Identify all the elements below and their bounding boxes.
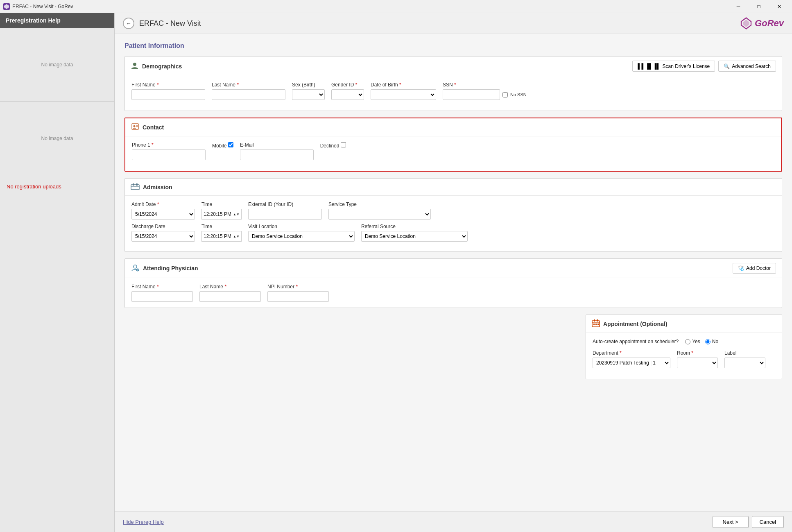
appointment-wrapper: Appointment (Optional) Auto-create appoi… (124, 315, 782, 379)
no-uploads-message: No registration uploads (0, 175, 114, 198)
physician-header: Attending Physician 🩺 Add Doctor (125, 259, 782, 278)
label-label: Label (724, 350, 765, 356)
sidebar-image-section-2: No image data (0, 102, 114, 175)
stethoscope-icon: 🩺 (738, 265, 744, 271)
dob-label: Date of Birth * (371, 82, 436, 88)
cancel-button[interactable]: Cancel (752, 516, 784, 528)
contact-form-row: Phone 1 * Mobile (132, 142, 775, 160)
physician-section: Attending Physician 🩺 Add Doctor First N… (124, 258, 782, 308)
svg-rect-21 (593, 324, 595, 325)
label-select[interactable] (724, 358, 765, 368)
discharge-date-select[interactable]: 5/15/2024 (131, 231, 195, 242)
admit-time-label: Time (201, 201, 242, 207)
physician-first-name-input[interactable] (131, 291, 193, 302)
email-input[interactable] (240, 149, 314, 160)
external-id-group: External ID (Your ID) (248, 201, 322, 220)
admission-title: Admission (143, 184, 776, 190)
admit-date-group: Admit Date * 5/15/2024 (131, 201, 195, 220)
gender-id-label: Gender ID * (331, 82, 364, 88)
next-button[interactable]: Next > (713, 516, 749, 528)
admission-section: Admission Admit Date * 5/15/2024 (124, 178, 782, 252)
dob-required: * (399, 82, 401, 88)
sex-birth-select[interactable]: M F (292, 89, 325, 100)
form-area: Patient Information Demographics ▌▌▐▌▐▌ (115, 34, 792, 512)
admit-time-stepper[interactable]: ▲▼ (233, 213, 240, 216)
title-bar: ERFAC - New Visit - GoRev ─ □ ✕ (0, 0, 792, 13)
department-select[interactable]: 20230919 Patch Testing | 1 (593, 358, 670, 368)
auto-create-yes-radio[interactable] (685, 339, 690, 344)
admission-row-2: Discharge Date 5/15/2024 Time 12:20:15 P… (131, 224, 775, 242)
patient-info-title: Patient Information (124, 42, 782, 50)
gorev-logo-text: GoRev (755, 18, 784, 29)
demographics-actions: ▌▌▐▌▐▌ Scan Driver's License 🔍 Advanced … (632, 61, 776, 72)
maximize-button[interactable]: □ (749, 0, 768, 13)
admission-header: Admission (125, 179, 782, 196)
contact-section: Contact Phone 1 * Mobil (124, 118, 782, 172)
close-button[interactable]: ✕ (770, 0, 789, 13)
app-body: Preregistration Help No image data No im… (0, 13, 792, 532)
app-icon (3, 3, 10, 10)
auto-create-row: Auto-create appointment on scheduler? Ye… (593, 339, 775, 344)
last-name-input[interactable] (212, 89, 285, 100)
back-button[interactable]: ← (123, 18, 134, 29)
phone1-required: * (152, 142, 154, 148)
declined-group: Declined (320, 142, 346, 150)
last-name-required: * (237, 82, 239, 88)
hide-prereg-button[interactable]: Hide Prereg Help (123, 519, 164, 525)
footer-buttons: Next > Cancel (713, 516, 784, 528)
label-group: Label (724, 350, 765, 368)
physician-first-name-label: First Name * (131, 284, 193, 290)
auto-create-no-radio[interactable] (705, 339, 711, 344)
referral-source-label: Referral Source (361, 224, 468, 229)
external-id-input[interactable] (248, 209, 322, 220)
no-ssn-checkbox[interactable] (502, 92, 508, 97)
discharge-time-stepper[interactable]: ▲▼ (233, 235, 240, 238)
page-header: ← ERFAC - New Visit GoRev (115, 13, 792, 34)
department-group: Department * 20230919 Patch Testing | 1 (593, 350, 670, 368)
sidebar-image-section-1: No image data (0, 28, 114, 102)
gender-id-select[interactable] (331, 89, 364, 100)
room-label: Room * (677, 350, 718, 356)
advanced-search-button[interactable]: 🔍 Advanced Search (718, 61, 776, 72)
phone1-input[interactable] (132, 149, 206, 160)
ssn-input[interactable] (443, 89, 500, 100)
ssn-label: SSN * (443, 82, 527, 88)
declined-checkbox[interactable] (341, 142, 346, 147)
physician-icon (131, 264, 140, 273)
add-doctor-button[interactable]: 🩺 Add Doctor (733, 263, 776, 274)
minimize-button[interactable]: ─ (729, 0, 748, 13)
appointment-section: Appointment (Optional) Auto-create appoi… (586, 315, 782, 379)
admit-date-select[interactable]: 5/15/2024 (131, 209, 195, 220)
auto-create-label: Auto-create appointment on scheduler? (593, 339, 679, 344)
referral-source-select[interactable]: Demo Service Location (361, 231, 468, 242)
sex-birth-label: Sex (Birth) (292, 82, 325, 88)
gorev-logo: GoRev (740, 17, 784, 29)
mobile-checkbox[interactable] (228, 142, 233, 147)
room-group: Room * (677, 350, 718, 368)
npi-input[interactable] (267, 291, 329, 302)
svg-rect-23 (597, 324, 599, 325)
admission-body: Admit Date * 5/15/2024 Time 12:20:15 PM (125, 196, 782, 251)
barcode-icon: ▌▌▐▌▐▌ (638, 63, 660, 69)
service-type-group: Service Type (328, 201, 431, 220)
demographics-body: First Name * Last Name * (125, 76, 782, 111)
appointment-body: Auto-create appointment on scheduler? Ye… (586, 333, 782, 379)
visit-location-select[interactable]: Demo Service Location (248, 231, 355, 242)
physician-last-name-input[interactable] (199, 291, 261, 302)
dob-select[interactable] (371, 89, 436, 100)
phone1-group: Phone 1 * (132, 142, 206, 160)
demographics-form-row: First Name * Last Name * (131, 82, 775, 100)
ssn-required: * (454, 82, 456, 88)
service-type-select[interactable] (328, 209, 431, 220)
first-name-input[interactable] (131, 89, 205, 100)
scan-license-button[interactable]: ▌▌▐▌▐▌ Scan Driver's License (632, 61, 715, 72)
discharge-date-group: Discharge Date 5/15/2024 (131, 224, 195, 242)
room-select[interactable] (677, 358, 718, 368)
physician-body: First Name * Last Name * (125, 278, 782, 308)
demographics-title: Demographics (142, 63, 629, 70)
appointment-title: Appointment (Optional) (603, 321, 776, 327)
add-doctor-label: Add Doctor (746, 265, 771, 271)
physician-last-name-group: Last Name * (199, 284, 261, 302)
discharge-time-value: 12:20:15 PM (204, 233, 231, 239)
contact-body: Phone 1 * Mobile (125, 136, 781, 171)
